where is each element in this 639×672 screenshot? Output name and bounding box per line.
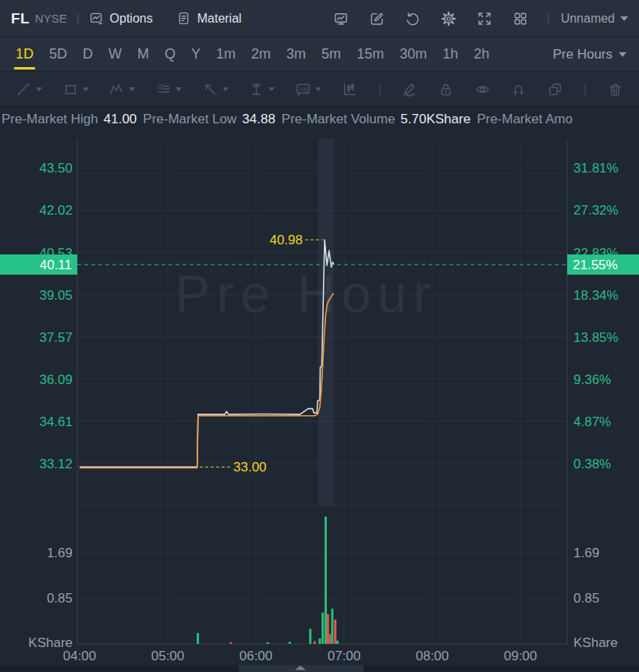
layout-selector[interactable]: Unnamed bbox=[561, 12, 628, 26]
timeframe-15m[interactable]: 15m bbox=[357, 37, 384, 71]
clone-tool bbox=[547, 81, 563, 98]
wave-tool[interactable] bbox=[108, 81, 135, 98]
pattern-tool bbox=[342, 81, 358, 98]
visibility-tool[interactable] bbox=[474, 81, 491, 98]
trendline-tool[interactable] bbox=[16, 81, 42, 98]
delete-tool[interactable] bbox=[607, 81, 623, 98]
text-tool[interactable]: Aa bbox=[295, 81, 321, 98]
svg-text:G: G bbox=[158, 82, 163, 91]
timeframe-d[interactable]: D bbox=[83, 37, 93, 71]
timeframe-3m[interactable]: 3m bbox=[286, 37, 306, 71]
toolbar-separator: | bbox=[378, 81, 381, 97]
layout-name: Unnamed bbox=[561, 12, 615, 26]
magnet-tool[interactable] bbox=[510, 81, 527, 98]
time-tick-label: 08:00 bbox=[416, 649, 449, 663]
chevron-down-icon bbox=[129, 87, 135, 91]
timeframe-bar: 1D5DDWMQY1m2m3m5m15m30m1h2h Pre Hours bbox=[0, 37, 639, 72]
status-label: Pre-Market Amo bbox=[477, 112, 573, 127]
lock-tool[interactable] bbox=[438, 81, 454, 98]
edit-layout-button[interactable] bbox=[369, 11, 385, 27]
timeframe-30m[interactable]: 30m bbox=[399, 37, 427, 71]
timeframe-q[interactable]: Q bbox=[165, 37, 176, 71]
exchange-label: NYSE bbox=[35, 12, 67, 25]
chevron-down-icon bbox=[315, 87, 321, 91]
volume-tick-label: 1.69 bbox=[573, 546, 599, 560]
arrow-tool[interactable] bbox=[202, 81, 229, 98]
timeframe-1h[interactable]: 1h bbox=[442, 37, 458, 71]
price-tick-label: 33.12 bbox=[39, 457, 73, 471]
chevron-down-icon bbox=[83, 87, 89, 91]
percent-tick-label: 31.81% bbox=[573, 161, 619, 176]
session-watermark: Pre Hour bbox=[175, 264, 437, 323]
measure-tool bbox=[248, 81, 264, 98]
current-bar-highlight bbox=[318, 139, 334, 506]
chart-canvas[interactable]: Pre Hour40.9833.0043.5031.81%42.0227.32%… bbox=[0, 131, 639, 672]
nav-label-material: Material bbox=[197, 12, 242, 26]
timeframe-2m[interactable]: 2m bbox=[251, 37, 271, 71]
nav-item-material[interactable]: Material bbox=[176, 11, 242, 26]
settings-button[interactable] bbox=[441, 11, 456, 27]
volume-bar bbox=[289, 642, 291, 644]
percent-tick-label: 4.87% bbox=[573, 414, 611, 429]
volume-bar bbox=[267, 642, 269, 644]
timeframe-1d[interactable]: 1D bbox=[16, 37, 34, 71]
volume-tick-label: 0.85 bbox=[573, 591, 599, 606]
timeframe-2h[interactable]: 2h bbox=[474, 37, 489, 71]
premarket-status-bar: Pre-Market High41.00Pre-Market Low34.88P… bbox=[0, 107, 639, 131]
status-value: 34.88 bbox=[242, 112, 275, 127]
restore-button[interactable] bbox=[405, 11, 421, 27]
timeframe-items: 1D5DDWMQY1m2m3m5m15m30m1h2h bbox=[8, 37, 497, 71]
nav-item-options[interactable]: Options bbox=[89, 11, 153, 26]
current-price-value: 40.11 bbox=[40, 258, 72, 272]
grid-layout-icon bbox=[513, 11, 528, 27]
volume-bar bbox=[314, 642, 316, 644]
freedraw-tool[interactable] bbox=[401, 81, 417, 98]
percent-tick-label: 13.85% bbox=[573, 330, 619, 345]
status-label: Pre-Market Low bbox=[143, 112, 236, 127]
chevron-down-icon bbox=[36, 87, 42, 91]
volume-bar bbox=[197, 633, 199, 644]
timeframe-w[interactable]: W bbox=[108, 37, 122, 71]
prev-close-label: 33.00 bbox=[233, 460, 267, 475]
arrow-tool bbox=[202, 81, 218, 98]
drawing-toolbar: GAa|| bbox=[0, 72, 639, 107]
kshare-unit-label: KShare bbox=[28, 635, 73, 650]
price-tick-label: 39.05 bbox=[39, 288, 73, 303]
percent-tick-label: 27.32% bbox=[573, 203, 619, 218]
magnet-tool bbox=[510, 81, 527, 98]
volume-bar bbox=[321, 613, 324, 644]
session-selector[interactable]: Pre Hours bbox=[552, 47, 631, 62]
volume-tick-label: 0.85 bbox=[47, 591, 73, 606]
pattern-tool[interactable] bbox=[342, 81, 358, 98]
chart-area: Pre Hour40.9833.0043.5031.81%42.0227.32%… bbox=[0, 131, 639, 672]
timeframe-y[interactable]: Y bbox=[191, 37, 201, 71]
time-tick-label: 09:00 bbox=[504, 649, 538, 663]
price-tick-label: 34.61 bbox=[39, 414, 73, 429]
volume-bar bbox=[336, 641, 339, 644]
volume-bar bbox=[325, 517, 327, 644]
measure-tool[interactable] bbox=[248, 81, 275, 98]
chevron-down-icon bbox=[619, 52, 627, 57]
shape-tool bbox=[62, 81, 79, 98]
timeframe-m[interactable]: M bbox=[137, 37, 149, 71]
grid-layout-button[interactable] bbox=[513, 11, 528, 27]
fullscreen-button[interactable] bbox=[477, 11, 492, 27]
price-tick-label: 37.57 bbox=[39, 330, 73, 345]
gann-tool[interactable]: G bbox=[155, 81, 182, 98]
restore-icon bbox=[405, 11, 421, 27]
shape-tool[interactable] bbox=[62, 81, 89, 98]
chart-view-button[interactable] bbox=[333, 11, 349, 27]
volume-tick-label: 1.69 bbox=[47, 546, 73, 560]
volume-bar bbox=[309, 629, 311, 644]
delete-tool bbox=[607, 81, 623, 98]
lock-tool bbox=[438, 81, 454, 98]
freedraw-tool bbox=[401, 81, 417, 98]
clone-tool[interactable] bbox=[547, 81, 563, 98]
volume-bar bbox=[334, 620, 336, 644]
timeframe-5m[interactable]: 5m bbox=[321, 37, 341, 71]
percent-tick-label: 18.34% bbox=[573, 288, 619, 303]
timeframe-5d[interactable]: 5D bbox=[49, 37, 67, 71]
percent-tick-label: 0.38% bbox=[573, 457, 611, 471]
timeframe-1m[interactable]: 1m bbox=[216, 37, 236, 71]
volume-bar bbox=[331, 609, 333, 644]
